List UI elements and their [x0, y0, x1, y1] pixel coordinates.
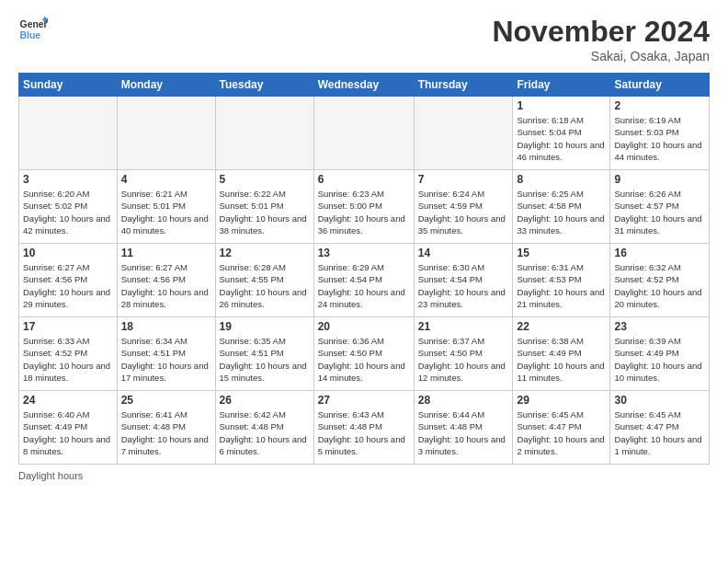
day-header-saturday: Saturday: [610, 74, 710, 97]
header: General Blue November 2024 Sakai, Osaka,…: [18, 15, 710, 63]
calendar-cell: 17Sunrise: 6:33 AM Sunset: 4:52 PM Dayli…: [19, 317, 118, 391]
calendar-cell: 19Sunrise: 6:35 AM Sunset: 4:51 PM Dayli…: [215, 317, 313, 391]
day-number: 8: [517, 173, 606, 186]
day-number: 1: [517, 99, 606, 112]
calendar-cell: [117, 97, 215, 170]
calendar-cell: 28Sunrise: 6:44 AM Sunset: 4:48 PM Dayli…: [414, 391, 513, 465]
day-number: 4: [121, 173, 211, 186]
day-info: Sunrise: 6:23 AM Sunset: 5:00 PM Dayligh…: [318, 188, 410, 236]
day-header-friday: Friday: [513, 74, 610, 97]
calendar-cell: 24Sunrise: 6:40 AM Sunset: 4:49 PM Dayli…: [19, 391, 118, 465]
calendar-cell: [215, 97, 313, 170]
day-info: Sunrise: 6:43 AM Sunset: 4:48 PM Dayligh…: [318, 408, 410, 457]
day-info: Sunrise: 6:20 AM Sunset: 5:02 PM Dayligh…: [23, 188, 113, 236]
calendar-cell: 25Sunrise: 6:41 AM Sunset: 4:48 PM Dayli…: [117, 391, 215, 465]
calendar-cell: 26Sunrise: 6:42 AM Sunset: 4:48 PM Dayli…: [215, 391, 313, 465]
day-info: Sunrise: 6:44 AM Sunset: 4:48 PM Dayligh…: [418, 408, 509, 457]
day-number: 5: [220, 173, 310, 186]
day-info: Sunrise: 6:25 AM Sunset: 4:58 PM Dayligh…: [517, 188, 606, 236]
day-number: 18: [121, 320, 211, 333]
day-info: Sunrise: 6:26 AM Sunset: 4:57 PM Dayligh…: [614, 188, 705, 236]
calendar-header-row: SundayMondayTuesdayWednesdayThursdayFrid…: [19, 74, 710, 97]
day-info: Sunrise: 6:41 AM Sunset: 4:48 PM Dayligh…: [121, 408, 211, 457]
calendar-cell: 18Sunrise: 6:34 AM Sunset: 4:51 PM Dayli…: [117, 317, 215, 391]
logo-icon: General Blue: [18, 15, 48, 44]
day-number: 16: [614, 247, 705, 259]
day-number: 26: [220, 394, 310, 407]
calendar-cell: 22Sunrise: 6:38 AM Sunset: 4:49 PM Dayli…: [513, 317, 610, 391]
calendar-week-3: 10Sunrise: 6:27 AM Sunset: 4:56 PM Dayli…: [19, 244, 710, 317]
day-number: 12: [220, 247, 310, 259]
calendar-cell: 14Sunrise: 6:30 AM Sunset: 4:54 PM Dayli…: [414, 244, 513, 317]
calendar-cell: 15Sunrise: 6:31 AM Sunset: 4:53 PM Dayli…: [513, 244, 610, 317]
day-header-tuesday: Tuesday: [215, 74, 313, 97]
day-info: Sunrise: 6:31 AM Sunset: 4:53 PM Dayligh…: [517, 261, 606, 310]
calendar-cell: 11Sunrise: 6:27 AM Sunset: 4:56 PM Dayli…: [117, 244, 215, 317]
day-number: 25: [121, 394, 211, 407]
day-info: Sunrise: 6:18 AM Sunset: 5:04 PM Dayligh…: [517, 114, 606, 163]
day-number: 28: [418, 394, 509, 407]
day-info: Sunrise: 6:40 AM Sunset: 4:49 PM Dayligh…: [23, 408, 113, 457]
day-info: Sunrise: 6:33 AM Sunset: 4:52 PM Dayligh…: [23, 335, 113, 384]
day-info: Sunrise: 6:34 AM Sunset: 4:51 PM Dayligh…: [121, 335, 211, 384]
day-info: Sunrise: 6:37 AM Sunset: 4:50 PM Dayligh…: [418, 335, 509, 384]
calendar-week-5: 24Sunrise: 6:40 AM Sunset: 4:49 PM Dayli…: [19, 391, 710, 465]
day-info: Sunrise: 6:45 AM Sunset: 4:47 PM Dayligh…: [517, 408, 606, 457]
title-block: November 2024 Sakai, Osaka, Japan: [492, 15, 710, 63]
calendar-cell: 13Sunrise: 6:29 AM Sunset: 4:54 PM Dayli…: [313, 244, 414, 317]
calendar-cell: [414, 97, 513, 170]
day-number: 17: [23, 320, 113, 333]
day-info: Sunrise: 6:42 AM Sunset: 4:48 PM Dayligh…: [220, 408, 310, 457]
calendar-cell: 29Sunrise: 6:45 AM Sunset: 4:47 PM Dayli…: [513, 391, 610, 465]
day-info: Sunrise: 6:22 AM Sunset: 5:01 PM Dayligh…: [220, 188, 310, 236]
day-info: Sunrise: 6:19 AM Sunset: 5:03 PM Dayligh…: [614, 114, 705, 163]
calendar-cell: 5Sunrise: 6:22 AM Sunset: 5:01 PM Daylig…: [215, 170, 313, 244]
day-number: 19: [220, 320, 310, 333]
day-info: Sunrise: 6:32 AM Sunset: 4:52 PM Dayligh…: [614, 261, 705, 310]
calendar-cell: 8Sunrise: 6:25 AM Sunset: 4:58 PM Daylig…: [513, 170, 610, 244]
day-number: 10: [23, 247, 113, 259]
page: General Blue November 2024 Sakai, Osaka,…: [0, 0, 728, 563]
day-info: Sunrise: 6:27 AM Sunset: 4:56 PM Dayligh…: [23, 261, 113, 310]
day-header-wednesday: Wednesday: [313, 74, 414, 97]
day-info: Sunrise: 6:24 AM Sunset: 4:59 PM Dayligh…: [418, 188, 509, 236]
calendar-cell: 1Sunrise: 6:18 AM Sunset: 5:04 PM Daylig…: [513, 97, 610, 170]
day-number: 27: [318, 394, 410, 407]
day-info: Sunrise: 6:28 AM Sunset: 4:55 PM Dayligh…: [220, 261, 310, 310]
day-number: 13: [318, 247, 410, 259]
month-title: November 2024: [492, 15, 710, 49]
day-number: 2: [614, 99, 705, 112]
day-number: 7: [418, 173, 509, 186]
day-number: 21: [418, 320, 509, 333]
day-number: 24: [23, 394, 113, 407]
day-number: 3: [23, 173, 113, 186]
calendar-cell: [313, 97, 414, 170]
day-info: Sunrise: 6:30 AM Sunset: 4:54 PM Dayligh…: [418, 261, 509, 310]
logo: General Blue: [18, 15, 48, 44]
footer-note: Daylight hours: [18, 470, 710, 481]
calendar-cell: 27Sunrise: 6:43 AM Sunset: 4:48 PM Dayli…: [313, 391, 414, 465]
calendar-cell: 3Sunrise: 6:20 AM Sunset: 5:02 PM Daylig…: [19, 170, 118, 244]
svg-text:Blue: Blue: [20, 30, 41, 40]
day-header-monday: Monday: [117, 74, 215, 97]
day-header-thursday: Thursday: [414, 74, 513, 97]
calendar-cell: 16Sunrise: 6:32 AM Sunset: 4:52 PM Dayli…: [610, 244, 710, 317]
day-number: 14: [418, 247, 509, 259]
calendar-cell: 9Sunrise: 6:26 AM Sunset: 4:57 PM Daylig…: [610, 170, 710, 244]
calendar-cell: 10Sunrise: 6:27 AM Sunset: 4:56 PM Dayli…: [19, 244, 118, 317]
calendar-cell: 7Sunrise: 6:24 AM Sunset: 4:59 PM Daylig…: [414, 170, 513, 244]
day-info: Sunrise: 6:27 AM Sunset: 4:56 PM Dayligh…: [121, 261, 211, 310]
svg-text:General: General: [20, 19, 48, 29]
day-number: 9: [614, 173, 705, 186]
calendar-cell: 12Sunrise: 6:28 AM Sunset: 4:55 PM Dayli…: [215, 244, 313, 317]
calendar-cell: 30Sunrise: 6:45 AM Sunset: 4:47 PM Dayli…: [610, 391, 710, 465]
day-info: Sunrise: 6:35 AM Sunset: 4:51 PM Dayligh…: [220, 335, 310, 384]
day-info: Sunrise: 6:29 AM Sunset: 4:54 PM Dayligh…: [318, 261, 410, 310]
calendar-cell: 4Sunrise: 6:21 AM Sunset: 5:01 PM Daylig…: [117, 170, 215, 244]
day-number: 6: [318, 173, 410, 186]
calendar-cell: 2Sunrise: 6:19 AM Sunset: 5:03 PM Daylig…: [610, 97, 710, 170]
calendar-cell: 23Sunrise: 6:39 AM Sunset: 4:49 PM Dayli…: [610, 317, 710, 391]
day-info: Sunrise: 6:36 AM Sunset: 4:50 PM Dayligh…: [318, 335, 410, 384]
calendar-cell: 21Sunrise: 6:37 AM Sunset: 4:50 PM Dayli…: [414, 317, 513, 391]
day-number: 22: [517, 320, 606, 333]
